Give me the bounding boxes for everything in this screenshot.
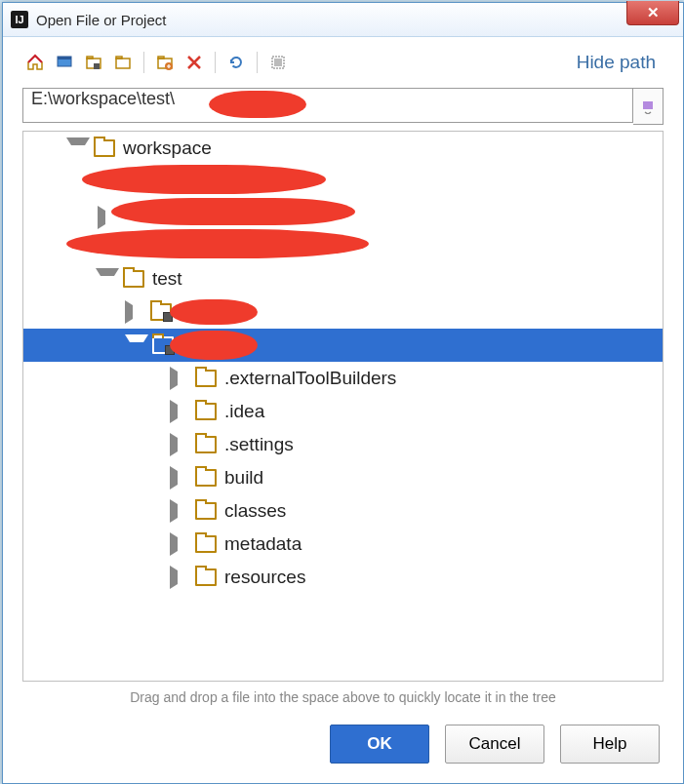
- tree-label: classes: [224, 500, 286, 522]
- path-value: E:\workspace\test\: [31, 89, 175, 108]
- svg-rect-11: [274, 59, 282, 66]
- close-icon: ✕: [647, 4, 660, 21]
- tree-node[interactable]: classes: [23, 494, 663, 528]
- new-folder-button[interactable]: [152, 50, 178, 75]
- expand-arrow-icon: [96, 268, 119, 290]
- tree-node-test[interactable]: test: [23, 262, 663, 295]
- folder-icon: [94, 139, 115, 157]
- folder-icon: [195, 436, 217, 453]
- desktop-button[interactable]: [52, 50, 77, 75]
- history-dropdown-icon: [640, 98, 656, 114]
- tree-label: test: [152, 268, 182, 290]
- tree-node[interactable]: metadata: [23, 528, 663, 561]
- expand-arrow-icon: [125, 300, 146, 324]
- expand-arrow-icon: [170, 566, 191, 589]
- folder-icon: [195, 370, 217, 387]
- folder-icon: [123, 270, 144, 288]
- close-button[interactable]: ✕: [626, 1, 679, 25]
- tree-node-selected[interactable]: [23, 329, 663, 362]
- redaction-mark: [170, 331, 258, 360]
- expand-arrow-icon: [66, 137, 90, 159]
- expand-arrow-icon: [170, 499, 191, 523]
- window-title: Open File or Project: [36, 12, 166, 28]
- new-folder-icon: [156, 54, 174, 71]
- titlebar: IJ Open File or Project ✕: [3, 3, 683, 37]
- expand-arrow-icon: [170, 433, 191, 456]
- path-input[interactable]: E:\workspace\test\: [22, 88, 633, 123]
- module-folder-icon: [152, 336, 174, 354]
- project-folder-icon: [85, 54, 102, 71]
- folder-icon: [195, 502, 217, 520]
- ok-button[interactable]: OK: [330, 725, 429, 764]
- folder-icon: [195, 535, 217, 553]
- folder-icon: [195, 469, 217, 487]
- tree-node[interactable]: .externalToolBuilders: [23, 362, 663, 395]
- path-history-button[interactable]: [633, 88, 664, 125]
- toolbar-separator: [257, 52, 258, 73]
- toolbar-separator: [143, 52, 144, 73]
- expand-arrow-icon: [125, 334, 148, 356]
- tree-label: .externalToolBuilders: [224, 368, 396, 389]
- expand-arrow-icon: [170, 367, 191, 390]
- expand-arrow-icon: [98, 206, 119, 229]
- project-button[interactable]: [81, 50, 106, 75]
- tree-children: .externalToolBuilders.idea.settingsbuild…: [23, 362, 663, 594]
- delete-button[interactable]: [181, 50, 207, 75]
- module-button[interactable]: [110, 50, 136, 75]
- tree-node[interactable]: .idea: [23, 395, 663, 428]
- expand-arrow-icon: [170, 466, 191, 490]
- tree-label: workspace: [123, 137, 212, 159]
- refresh-button[interactable]: [223, 50, 249, 75]
- redaction-mark: [82, 165, 326, 194]
- show-hidden-button[interactable]: [265, 50, 291, 75]
- svg-rect-3: [87, 57, 93, 59]
- tree-label: build: [224, 467, 263, 489]
- tree-node[interactable]: build: [23, 461, 663, 494]
- svg-rect-1: [58, 57, 71, 59]
- tree-node-workspace[interactable]: workspace: [23, 132, 663, 165]
- redaction-mark: [209, 91, 306, 118]
- svg-rect-4: [94, 63, 100, 69]
- svg-rect-8: [158, 57, 164, 59]
- desktop-icon: [56, 54, 73, 71]
- cancel-button[interactable]: Cancel: [445, 725, 544, 764]
- tree-node[interactable]: resources: [23, 561, 663, 594]
- tree-label: metadata: [224, 533, 302, 555]
- expand-arrow-icon: [170, 400, 191, 423]
- module-folder-icon: [150, 303, 172, 321]
- hint-text: Drag and drop a file into the space abov…: [3, 684, 683, 715]
- file-tree[interactable]: workspace test: [22, 131, 664, 682]
- tree-node[interactable]: .settings: [23, 428, 663, 461]
- home-icon: [26, 54, 44, 71]
- home-button[interactable]: [22, 50, 48, 75]
- svg-rect-5: [116, 59, 130, 68]
- svg-rect-6: [116, 57, 122, 59]
- folder-icon: [195, 403, 217, 420]
- hide-path-link[interactable]: Hide path: [577, 52, 664, 73]
- redaction-mark: [111, 198, 355, 225]
- redaction-mark: [170, 299, 258, 325]
- button-row: OK Cancel Help: [3, 715, 683, 783]
- show-hidden-icon: [269, 54, 287, 71]
- tree-label: .settings: [224, 434, 294, 455]
- toolbar-separator: [215, 52, 216, 73]
- help-button[interactable]: Help: [560, 725, 660, 764]
- open-file-dialog: IJ Open File or Project ✕ Hide path E:\w…: [2, 2, 684, 784]
- expand-arrow-icon: [170, 532, 191, 556]
- module-folder-icon: [114, 54, 132, 71]
- tree-node[interactable]: [23, 295, 663, 329]
- redaction-mark: [66, 229, 369, 258]
- path-row: E:\workspace\test\: [22, 88, 664, 125]
- delete-icon: [185, 54, 203, 71]
- folder-icon: [195, 568, 217, 586]
- refresh-icon: [227, 54, 245, 71]
- toolbar: Hide path: [3, 37, 683, 80]
- tree-label: resources: [224, 567, 305, 588]
- app-icon: IJ: [11, 11, 28, 28]
- tree-label: .idea: [224, 401, 264, 422]
